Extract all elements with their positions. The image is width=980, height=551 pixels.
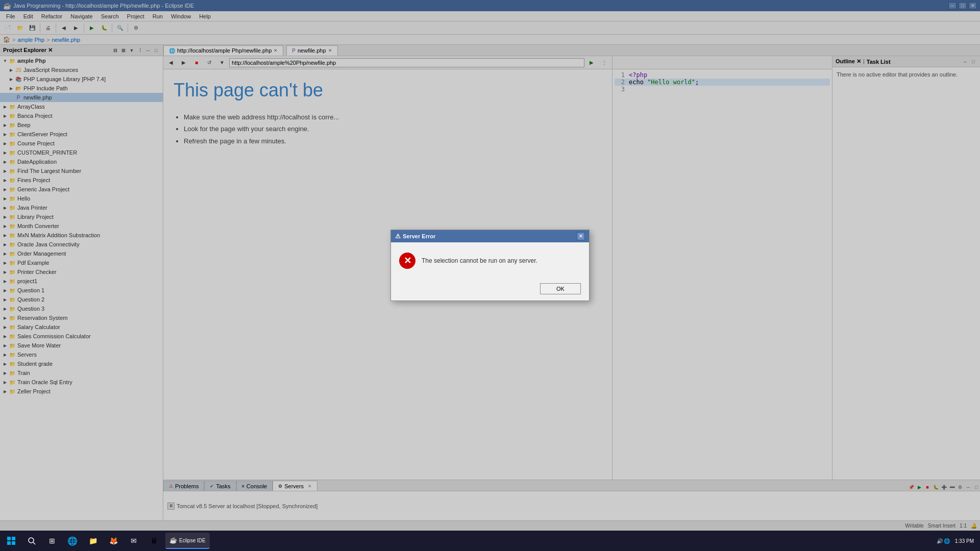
eclipse-taskbar-icon: ☕ (169, 537, 177, 544)
system-tray: 🔊 🌐 1:33 PM (937, 538, 978, 544)
tray-icon-1: 🔊 (937, 538, 943, 544)
search-taskbar-button[interactable] (22, 532, 41, 550)
svg-rect-3 (12, 541, 15, 545)
svg-rect-0 (7, 537, 11, 540)
tray-icon-2: 🌐 (944, 538, 950, 544)
modal-title-icon: ⚠ (395, 233, 401, 240)
modal-title-text: Server Error (403, 233, 435, 239)
search-taskbar-icon (28, 537, 36, 545)
svg-rect-2 (7, 541, 11, 545)
mail-button[interactable]: ✉ (125, 532, 143, 550)
explorer-button[interactable]: 📁 (84, 532, 102, 550)
start-button[interactable] (2, 532, 20, 550)
edge-button[interactable]: 🌐 (63, 532, 82, 550)
svg-line-5 (33, 542, 35, 544)
calc-icon: 🖩 (151, 537, 158, 545)
modal-message: The selection cannot be run on any serve… (422, 257, 581, 264)
taskview-button[interactable]: ⊞ (43, 532, 61, 550)
explorer-icon: 📁 (89, 537, 97, 545)
eclipse-taskbar-app[interactable]: ☕ Eclipse IDE (165, 533, 210, 549)
calc-button[interactable]: 🖩 (145, 532, 163, 550)
modal-error-icon: ✕ (399, 253, 415, 269)
firefox-icon: 🦊 (109, 537, 118, 545)
modal-overlay: ⚠ Server Error ✕ ✕ The selection cannot … (0, 0, 980, 531)
mail-icon: ✉ (131, 537, 137, 545)
modal-body: ✕ The selection cannot be run on any ser… (391, 242, 589, 279)
taskbar-time: 1:33 PM (951, 538, 978, 544)
svg-rect-1 (12, 537, 15, 540)
modal-title-area: ⚠ Server Error (395, 233, 435, 240)
windows-taskbar: ⊞ 🌐 📁 🦊 ✉ 🖩 ☕ Eclipse IDE 🔊 🌐 1:33 PM (0, 531, 980, 551)
svg-point-4 (29, 538, 34, 543)
taskview-icon: ⊞ (49, 537, 55, 545)
modal-titlebar: ⚠ Server Error ✕ (391, 230, 589, 242)
modal-ok-button[interactable]: OK (540, 283, 581, 294)
server-error-modal: ⚠ Server Error ✕ ✕ The selection cannot … (390, 230, 590, 301)
windows-icon (7, 537, 15, 545)
modal-footer: OK (391, 279, 589, 300)
eclipse-taskbar-label: Eclipse IDE (179, 538, 206, 543)
firefox-button[interactable]: 🦊 (104, 532, 122, 550)
modal-close-button[interactable]: ✕ (577, 232, 585, 240)
edge-icon: 🌐 (67, 536, 78, 546)
